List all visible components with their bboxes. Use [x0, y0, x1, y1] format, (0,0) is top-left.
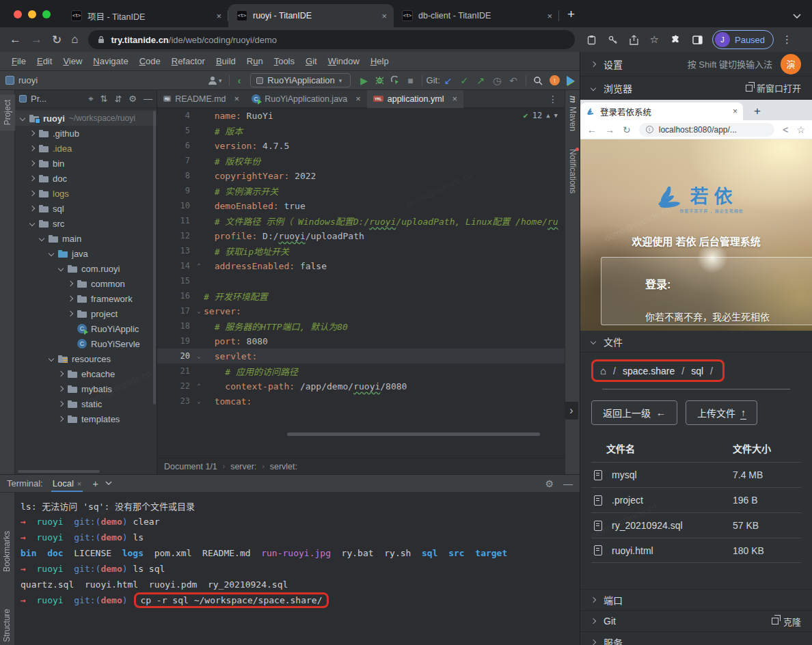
extensions-icon[interactable]: [671, 35, 681, 45]
close-terminal-tab-icon[interactable]: ×: [77, 480, 81, 488]
terminal-settings-gear-icon[interactable]: ⚙: [545, 478, 554, 489]
editor-tab-RuoYiApplication.java[interactable]: CRuoYiApplication.java×: [245, 90, 367, 108]
close-tab-icon[interactable]: ×: [216, 11, 221, 21]
tree-item-ehcache[interactable]: ehcache: [15, 366, 157, 381]
menu-file[interactable]: File: [7, 54, 31, 68]
git-commit-icon[interactable]: ✓: [461, 75, 469, 86]
code-line-11[interactable]: 11 # 文件路径 示例（ Windows配置D:/ruoyi/uploadPa…: [157, 213, 565, 228]
debug-button[interactable]: [375, 76, 384, 85]
breadcrumb-item[interactable]: space.share: [623, 366, 675, 376]
section-git[interactable]: Git 克隆: [580, 610, 812, 631]
files-breadcrumb[interactable]: ⌂ / space.share / sql /: [591, 359, 725, 382]
tab-search-chevron-icon[interactable]: [793, 14, 801, 19]
code-line-19[interactable]: 19 port: 8080: [157, 333, 565, 348]
chevron-right-icon[interactable]: [29, 191, 35, 196]
gradle-run-icon[interactable]: [567, 76, 574, 85]
tree-item-.idea[interactable]: .idea: [15, 141, 157, 156]
chevron-right-icon[interactable]: [29, 146, 35, 151]
editor-tab-application.yml[interactable]: YMLapplication.yml×: [367, 90, 463, 108]
section-services[interactable]: 服务: [580, 631, 812, 645]
tree-item-project[interactable]: project: [15, 306, 157, 321]
tool-tab-structure[interactable]: Structure: [2, 609, 12, 642]
code-line-20[interactable]: 20⌄ servlet:: [157, 348, 565, 363]
chevron-right-icon[interactable]: [68, 281, 73, 286]
home-icon[interactable]: ⌂: [600, 365, 606, 376]
address-bar[interactable]: try.titanide.cn/ide/web/coding/ruoyi/dem…: [88, 30, 575, 49]
side-panel-icon[interactable]: [692, 36, 703, 44]
breadcrumb-item[interactable]: Document 1/1: [164, 462, 217, 471]
browser-tab-1[interactable]: <t>项目 - TitanIDE×: [63, 4, 228, 27]
file-row-ruoyi.html[interactable]: ruoyi.html180 KB: [591, 538, 801, 563]
editor-tab-README.md[interactable]: MDREADME.md×: [157, 90, 245, 108]
tree-item-mybatis[interactable]: mybatis: [15, 381, 157, 396]
breadcrumb-item[interactable]: servlet:: [270, 462, 297, 471]
tool-tab-bookmarks[interactable]: Bookmarks: [2, 531, 12, 572]
preview-new-tab-icon[interactable]: +: [754, 105, 761, 120]
panel-expander-icon[interactable]: ›: [565, 402, 578, 420]
tool-tab-maven[interactable]: mMaven: [568, 96, 578, 131]
close-tab-icon[interactable]: ×: [547, 11, 552, 21]
chevron-down-icon[interactable]: [20, 115, 25, 121]
menu-build[interactable]: Build: [211, 54, 241, 68]
bookmark-star-icon[interactable]: ☆: [650, 33, 659, 46]
tree-item-ruoyiapplic[interactable]: CRuoYiApplic: [15, 321, 157, 336]
chevron-right-icon[interactable]: [68, 296, 73, 301]
terminal-output[interactable]: ls: 无法访问 'sq': 没有那个文件或目录→ ruoyi git:(dem…: [15, 493, 580, 645]
user-icon[interactable]: [208, 76, 217, 85]
menu-window[interactable]: Window: [323, 54, 364, 68]
code-line-8[interactable]: 8 copyrightYear: 2022: [157, 168, 565, 183]
expand-all-icon[interactable]: ⇅: [100, 94, 108, 104]
preview-tab[interactable]: 登录若依系统 ×: [580, 102, 743, 120]
menu-git[interactable]: Git: [301, 54, 322, 68]
git-update-icon[interactable]: ↙: [444, 75, 452, 86]
window-controls[interactable]: [14, 10, 51, 18]
project-name[interactable]: ruoyi: [18, 75, 38, 85]
section-settings[interactable]: 设置 按 Shift 键切换输入法 演: [580, 52, 812, 77]
close-window-button[interactable]: [14, 10, 22, 18]
file-row-.project[interactable]: .project196 B: [591, 487, 801, 512]
tree-item-com.ruoyi[interactable]: com.ruoyi: [15, 261, 157, 276]
run-config-selector[interactable]: RuoYiApplication ▾: [250, 73, 351, 87]
code-line-5[interactable]: 5 # 版本: [157, 123, 565, 138]
git-push-icon[interactable]: ↗: [476, 75, 485, 86]
clone-button[interactable]: 克隆: [772, 615, 801, 628]
chevron-right-icon[interactable]: [29, 161, 35, 166]
file-row-mysql[interactable]: mysql7.4 MB: [591, 462, 801, 487]
history-icon[interactable]: ◷: [493, 75, 501, 86]
close-editor-tab-icon[interactable]: ×: [355, 94, 361, 104]
hide-panel-icon[interactable]: —: [144, 94, 152, 104]
menu-run[interactable]: Run: [242, 54, 268, 68]
code-line-6[interactable]: 6 version: 4.7.5: [157, 138, 565, 153]
editor-scrollbar-horizontal[interactable]: [287, 433, 540, 436]
tree-item-java[interactable]: java: [15, 246, 157, 261]
browser-tab-2[interactable]: <t>ruoyi - TitanIDE×: [228, 4, 394, 27]
section-ports[interactable]: 端口: [580, 589, 812, 610]
preview-tab-close-icon[interactable]: ×: [733, 107, 737, 116]
menu-edit[interactable]: Edit: [32, 54, 57, 68]
project-scrollbar-vertical[interactable]: [153, 111, 156, 404]
tree-item-src[interactable]: src: [15, 216, 157, 231]
chevron-right-icon[interactable]: [58, 401, 64, 407]
inspections-widget[interactable]: ✔ 12 ▲ ▼: [523, 111, 558, 120]
new-tab-button[interactable]: +: [567, 7, 575, 22]
terminal-hide-icon[interactable]: —: [563, 478, 573, 489]
new-terminal-icon[interactable]: +: [92, 478, 98, 489]
chevron-down-icon[interactable]: [39, 236, 44, 241]
section-browser[interactable]: 浏览器 新窗口打开: [580, 77, 812, 100]
chevron-down-icon[interactable]: [29, 221, 35, 226]
prev-problem-icon[interactable]: ▲: [546, 112, 550, 119]
close-editor-tab-icon[interactable]: ×: [452, 94, 457, 104]
upload-file-button[interactable]: 上传文件↑: [686, 400, 757, 425]
preview-share-icon[interactable]: <: [783, 124, 788, 135]
breadcrumb-item[interactable]: server:: [230, 462, 256, 471]
chevron-right-icon[interactable]: [29, 131, 35, 136]
breadcrumb-item[interactable]: sql: [691, 366, 703, 376]
update-available-icon[interactable]: ↑: [550, 75, 560, 85]
chevron-right-icon[interactable]: [68, 311, 73, 316]
tree-item-resources[interactable]: resources: [15, 351, 157, 366]
clipboard-icon[interactable]: [587, 35, 596, 45]
menu-refactor[interactable]: Refactor: [167, 54, 210, 68]
code-line-13[interactable]: 13 # 获取ip地址开关: [157, 243, 565, 258]
chevron-right-icon[interactable]: [29, 176, 35, 181]
tree-item-bin[interactable]: bin: [15, 156, 157, 171]
